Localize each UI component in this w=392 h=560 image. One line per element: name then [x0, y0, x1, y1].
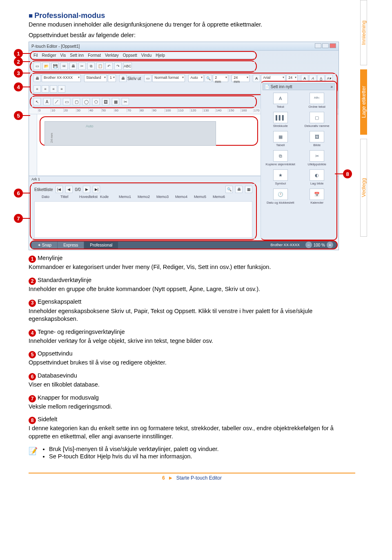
mode-professional[interactable]: Professional	[84, 242, 118, 249]
print-button[interactable]: 🖶	[119, 75, 127, 82]
db-grid-icon[interactable]: ▦	[245, 186, 252, 193]
desc-3: 3EgenskapspalettInneholder egenskapsboks…	[29, 298, 355, 323]
db-first-icon[interactable]: |◀	[56, 186, 63, 193]
align-center-icon[interactable]: ≡	[42, 85, 49, 93]
tab-innledning[interactable]: Innledning	[360, 0, 367, 65]
desc-2: 2StandardverktøylinjeInneholder en grupp…	[29, 276, 355, 293]
callout-6: 6	[14, 189, 23, 198]
db-rows[interactable]	[34, 201, 252, 238]
frame-tool-icon[interactable]: ▦	[112, 98, 119, 105]
height-select[interactable]: 24 mm	[232, 75, 249, 82]
menu-vis[interactable]: Vis	[60, 53, 66, 58]
poly-tool-icon[interactable]: ⬠	[92, 98, 100, 105]
image-tool-icon[interactable]: 🖼	[102, 98, 109, 105]
mode-snap[interactable]: ✦ Snap	[32, 242, 57, 249]
db-last-icon[interactable]: ▶|	[93, 186, 100, 193]
auto-select[interactable]: Auto	[188, 75, 204, 82]
sp-tabell[interactable]: ▦Tabell	[263, 130, 298, 148]
sp-ordnetekst[interactable]: ᴬᴮᶜOrdne tekst	[299, 92, 335, 109]
window-buttons[interactable]	[314, 43, 336, 49]
titlebar: P-touch Editor - [Oppsett1]	[29, 42, 339, 51]
db-prev-icon[interactable]: ◀	[65, 186, 73, 193]
mail-icon[interactable]: ✉	[60, 62, 68, 70]
sp-symbol[interactable]: ★Symbol	[263, 169, 298, 186]
sp-utklipp[interactable]: ✂Utklippsbilde	[299, 149, 335, 167]
db-col-memo4[interactable]: Memo4	[175, 195, 192, 199]
db-col-memo3[interactable]: Memo3	[156, 195, 173, 199]
cut-icon[interactable]: ✂	[78, 62, 86, 70]
align-just-icon[interactable]: ≡	[58, 85, 65, 93]
menu-hjelp[interactable]: Hjelp	[156, 53, 165, 58]
menu-fil[interactable]: Fil	[33, 53, 38, 58]
redo-icon[interactable]: ↷	[114, 62, 122, 70]
intro-text-1: Denne modusen inneholder alle designfunk…	[29, 21, 355, 29]
tab-lage-etiketter[interactable]: Lage etiketter	[360, 69, 367, 135]
sp-tekst[interactable]: ATekst	[263, 92, 298, 109]
margin-field[interactable]: 2 mm	[213, 75, 228, 82]
paper-icon[interactable]: ▭	[144, 75, 151, 82]
sp-kalender[interactable]: 📅Kalender	[299, 188, 335, 205]
new-icon[interactable]: ▭	[33, 62, 41, 70]
menu-oppsett[interactable]: Oppsett	[123, 53, 137, 58]
standard-select[interactable]: Standard	[84, 75, 107, 82]
paste-icon[interactable]: 📋	[96, 62, 104, 70]
format-select[interactable]: Normalt format	[152, 75, 185, 82]
printer-select[interactable]: Brother XX-XXXX	[42, 75, 81, 82]
sp-dato[interactable]: 🕐Dato og klokkeslett	[263, 188, 298, 205]
align-left-icon[interactable]: ≡	[33, 85, 41, 93]
db-col-memo6[interactable]: Memo6	[213, 195, 229, 199]
text-a-icon[interactable]: A	[253, 75, 260, 82]
db-col-kode[interactable]: Kode	[100, 195, 116, 199]
db-print-icon[interactable]: 🖶	[235, 186, 243, 193]
db-col-tittel[interactable]: Tittel	[60, 195, 77, 199]
sp-kopiere[interactable]: ⧉Kopiere skjermbildet	[263, 149, 298, 167]
sp-bilde[interactable]: 🖼Bilde	[299, 130, 335, 148]
abc-button[interactable]: ABC	[123, 62, 132, 70]
open-icon[interactable]: 📂	[42, 62, 50, 70]
menu-verktoy[interactable]: Verktøy	[105, 53, 119, 58]
db-col-dato[interactable]: Dato	[42, 195, 58, 199]
copies-field[interactable]: 1	[108, 75, 116, 82]
line-tool-icon[interactable]: ／	[53, 98, 60, 105]
db-next-icon[interactable]: ▶	[83, 186, 90, 193]
menu-format[interactable]: Format	[88, 53, 101, 58]
menubar[interactable]: Fil Rediger Vis Sett inn Format Verktøy …	[32, 52, 255, 59]
save-icon[interactable]: 💾	[51, 62, 59, 70]
sidepanel-header[interactable]: 📄 Sett inn nytt»	[263, 83, 335, 90]
sp-lagbilde[interactable]: ◐Lag bilde	[299, 169, 335, 186]
standard-toolbar[interactable]: ▭ 📂 💾 ✉ 🖶 ✂ ⧉ 📋 ↶ ↷ ABC	[32, 62, 255, 71]
print-icon[interactable]: 🖶	[69, 62, 77, 70]
screenshot-wrapper: 1 2 3 4 5 6 7 P-touch Editor - [Oppsett1…	[29, 42, 355, 460]
menu-settinn[interactable]: Sett inn	[70, 53, 84, 58]
menu-vindu[interactable]: Vindu	[141, 53, 151, 58]
menu-rediger[interactable]: Rediger	[42, 53, 56, 58]
rrect-tool-icon[interactable]: ▢	[73, 98, 80, 105]
database-window[interactable]: Etikettliste |◀ ◀ 0/0 ▶ ▶| 🔍 🖶 ▦ Dato Ti…	[32, 184, 255, 239]
undo-icon[interactable]: ↶	[105, 62, 113, 70]
text-tool-icon[interactable]: A	[43, 98, 51, 105]
footer-crumb: Starte P-touch Editor	[176, 475, 222, 481]
tab-vedlegg[interactable]: Vedlegg	[360, 139, 367, 237]
rect-tool-icon[interactable]: ▭	[63, 98, 70, 105]
zoom-icon[interactable]: 🔍	[205, 75, 212, 82]
sp-strekkode[interactable]: ▌▌▌Strekkode	[263, 111, 298, 129]
db-col-memo1[interactable]: Memo1	[119, 195, 135, 199]
sp-ramme[interactable]: ▢Dekorativ ramme	[299, 111, 335, 129]
status-printer: Brother XX-XXXX	[271, 243, 303, 247]
db-zoom-icon[interactable]: 🔍	[225, 186, 233, 193]
draw-toolbar[interactable]: ↖ A ／ ▭ ▢ ◯ ⬠ 🖼 ▦ ✂	[32, 97, 255, 107]
db-col-hovedtekst[interactable]: Hovedtekst	[79, 195, 98, 199]
callout-4: 4	[14, 82, 23, 91]
ellipse-tool-icon[interactable]: ◯	[82, 98, 90, 105]
pointer-icon[interactable]: ↖	[33, 98, 41, 105]
screenshot-tool-icon[interactable]: ✂	[122, 98, 129, 105]
zoom-out-icon[interactable]: −	[305, 242, 312, 248]
printer-icon[interactable]: 🖶	[33, 75, 41, 82]
align-right-icon[interactable]: ≡	[50, 85, 57, 93]
mode-express[interactable]: Express	[58, 242, 84, 249]
copy-icon[interactable]: ⧉	[87, 62, 95, 70]
chevron-right-icon[interactable]: »	[330, 84, 333, 89]
db-col-memo5[interactable]: Memo5	[194, 195, 210, 199]
zoom-in-icon[interactable]: +	[327, 242, 333, 248]
db-col-memo2[interactable]: Memo2	[138, 195, 154, 199]
